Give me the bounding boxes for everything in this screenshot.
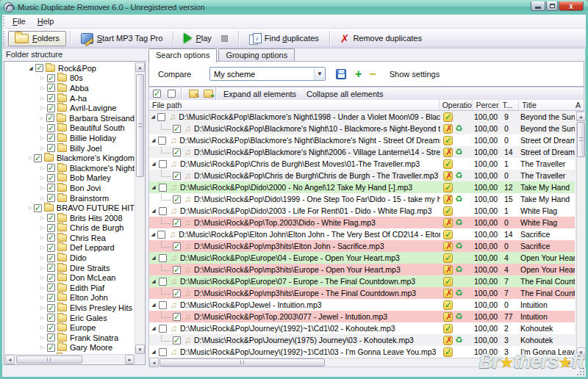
tree-item[interactable]: ▷Bon Jovi — [5, 183, 135, 193]
uncheck-all-button[interactable] — [166, 88, 179, 99]
duplicate-file-row[interactable]: ♫D:\Music\Rock&Pop\Blackmore's Night\10 … — [149, 123, 575, 134]
tree-item[interactable]: ◢Rock&Pop — [5, 63, 135, 73]
scheme-combobox[interactable]: My scheme ▼ — [209, 67, 326, 81]
recycle-icon[interactable]: ♻ — [455, 195, 463, 203]
folders-button[interactable]: Folders — [8, 31, 66, 46]
collapsed-arrow-icon[interactable]: ▷ — [39, 315, 46, 321]
move-to-folder-button[interactable] — [201, 88, 213, 99]
expand-all-button[interactable]: Expand all elements — [218, 88, 301, 100]
minimize-button[interactable] — [531, 1, 545, 11]
tree-item[interactable]: ▷Frank Sinatra — [5, 333, 135, 343]
collapsed-arrow-icon[interactable]: ▷ — [39, 265, 46, 271]
check-all-button[interactable] — [151, 88, 164, 99]
close-button[interactable]: x — [559, 1, 584, 11]
recycle-icon[interactable]: ♻ — [455, 242, 463, 250]
save-scheme-icon[interactable] — [336, 69, 346, 79]
collapsed-arrow-icon[interactable]: ▷ — [39, 325, 46, 331]
row-checkbox[interactable] — [173, 125, 181, 133]
tree-checkbox[interactable] — [34, 204, 42, 212]
delete-operation-icon[interactable] — [443, 242, 453, 251]
tree-item[interactable]: ▷A-ha — [5, 93, 135, 104]
row-checkbox[interactable] — [158, 137, 166, 145]
recycle-icon[interactable]: ♻ — [455, 124, 463, 133]
collapsed-arrow-icon[interactable]: ▷ — [39, 95, 46, 101]
tree-hscroll-thumb[interactable] — [16, 355, 82, 364]
recycle-icon[interactable]: ♻ — [455, 171, 463, 180]
keep-operation-icon[interactable] — [443, 136, 453, 145]
collapsed-arrow-icon[interactable]: ▷ — [39, 175, 46, 181]
tree-checkbox[interactable] — [47, 344, 55, 352]
collapsed-arrow-icon[interactable]: ▷ — [39, 145, 46, 151]
tree-checkbox[interactable] — [47, 324, 55, 332]
row-checkbox[interactable] — [173, 195, 181, 203]
original-file-row[interactable]: ◢♫D:\Music\Rock&Pop\Chris de Burgh\Best … — [149, 158, 575, 170]
tree-item[interactable]: ▷Dire Straits — [5, 263, 135, 273]
tab-search-options[interactable]: Search options — [148, 48, 217, 62]
keep-operation-icon[interactable] — [443, 347, 453, 357]
recycle-icon[interactable]: ♻ — [455, 218, 463, 227]
collapsed-arrow-icon[interactable]: ▷ — [39, 305, 46, 311]
recycle-icon[interactable]: ♻ — [455, 289, 463, 297]
duplicate-file-row[interactable]: ♫D:\Music\Rock&Pop\mp3hits\Europe - The … — [149, 287, 575, 299]
keep-operation-icon[interactable] — [443, 230, 453, 239]
chevron-down-icon[interactable]: ▼ — [314, 68, 325, 80]
expanded-arrow-icon[interactable]: ◢ — [149, 231, 157, 237]
collapsed-arrow-icon[interactable]: ▷ — [39, 215, 46, 221]
keep-operation-icon[interactable] — [443, 183, 453, 192]
row-checkbox[interactable] — [157, 231, 165, 239]
delete-operation-icon[interactable] — [443, 289, 453, 298]
duplicate-file-row[interactable]: ♫D:\Music\Rock&Pop\Top.2003\077 - Jewel … — [149, 311, 575, 322]
collapsed-arrow-icon[interactable]: ▷ — [39, 225, 46, 231]
collapsed-arrow-icon[interactable]: ▷ — [39, 105, 46, 111]
tree-item[interactable]: ▷Abba — [5, 83, 135, 93]
tree-item[interactable]: ▷Dido — [5, 253, 135, 263]
remove-duplicates-button[interactable]: ✗ Remove duplicates — [334, 30, 429, 47]
tree-item[interactable]: ▷Blackmore's Kingdom — [5, 153, 135, 163]
column-track[interactable]: T... — [499, 100, 519, 110]
tree-item[interactable]: ▷Billy Joel — [5, 143, 135, 154]
tree-checkbox[interactable] — [47, 144, 55, 152]
column-title[interactable]: Title — [519, 100, 574, 110]
row-checkbox[interactable] — [173, 219, 181, 227]
original-file-row[interactable]: ◢♫D:\Music\Rock&Pop\Dido\2000 - No Angel… — [149, 181, 575, 193]
tree-item[interactable]: ▷Chris Rea — [5, 233, 135, 243]
tree-checkbox[interactable] — [47, 94, 55, 102]
keep-operation-icon[interactable] — [443, 159, 453, 169]
row-checkbox[interactable] — [159, 254, 167, 262]
keep-operation-icon[interactable] — [443, 277, 453, 286]
collapsed-arrow-icon[interactable]: ▷ — [28, 155, 33, 161]
row-checkbox[interactable] — [173, 336, 181, 344]
tree-checkbox[interactable] — [47, 174, 55, 182]
expanded-arrow-icon[interactable]: ◢ — [149, 325, 158, 331]
tree-checkbox[interactable] — [47, 264, 55, 272]
tree-checkbox[interactable] — [47, 284, 55, 292]
tree-checkbox[interactable] — [47, 124, 55, 132]
collapsed-arrow-icon[interactable]: ▷ — [39, 195, 46, 201]
tree-checkbox[interactable] — [47, 194, 55, 202]
original-file-row[interactable]: ◢♫D:\Music\Rock&Pop\Blackmore's Night\Bl… — [149, 134, 575, 146]
tree-checkbox[interactable] — [47, 294, 55, 302]
collapsed-arrow-icon[interactable]: ▷ — [39, 125, 46, 131]
original-file-row[interactable]: ◢♫D:\Music\Rock&Pop\Europe\04 - Europe -… — [149, 252, 575, 264]
original-file-row[interactable]: ◢♫D:\Music\Rock&Pop\Elton John\Elton Joh… — [149, 228, 575, 240]
tree-item[interactable]: ▷BRAVO FUTURE HIT — [5, 203, 135, 213]
expanded-arrow-icon[interactable]: ◢ — [149, 161, 158, 167]
tree-item[interactable]: ▷Elvis Presley Hits — [5, 303, 135, 313]
keep-operation-icon[interactable] — [443, 253, 453, 263]
recycle-icon[interactable]: ♻ — [455, 312, 463, 321]
tree-vertical-scrollbar[interactable]: ▲ ▼ — [135, 62, 144, 354]
delete-operation-icon[interactable] — [443, 312, 453, 322]
expanded-arrow-icon[interactable]: ◢ — [149, 184, 158, 190]
row-checkbox[interactable] — [159, 301, 167, 309]
tree-item[interactable]: ▷Def Leppard — [5, 243, 135, 253]
keep-operation-icon[interactable] — [443, 112, 453, 122]
expanded-arrow-icon[interactable]: ◢ — [149, 114, 157, 120]
duplicate-file-row[interactable]: ♫D:\Music\Rock&Pop\Dido\1999 - One Step … — [149, 193, 575, 205]
row-checkbox[interactable] — [173, 242, 181, 250]
stop-icon[interactable] — [221, 35, 228, 42]
expanded-arrow-icon[interactable]: ◢ — [27, 65, 35, 71]
delete-scheme-icon[interactable]: − — [369, 69, 376, 79]
collapsed-arrow-icon[interactable]: ▷ — [39, 344, 46, 350]
table-vscroll-thumb[interactable] — [577, 122, 585, 157]
tree-checkbox[interactable] — [47, 164, 55, 172]
